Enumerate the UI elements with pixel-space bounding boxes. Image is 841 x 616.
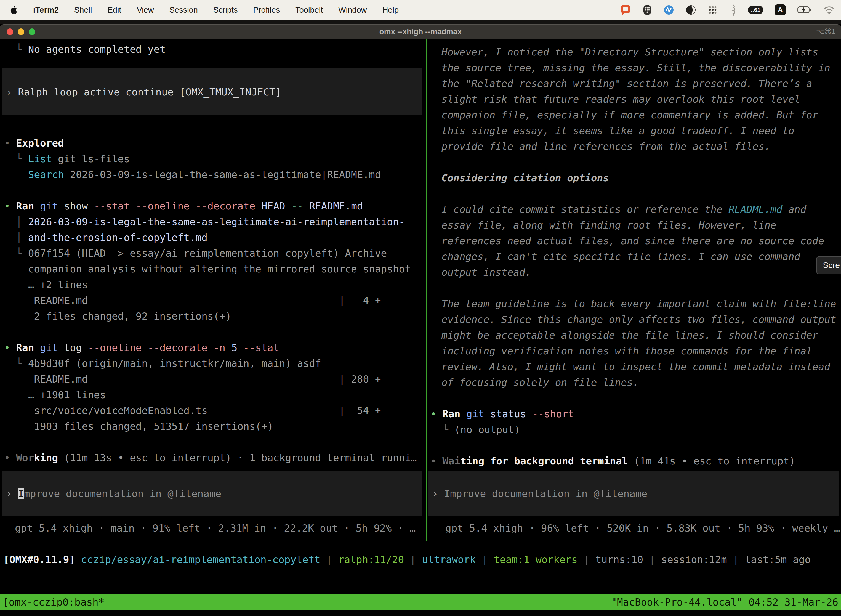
terminal-row: provide file and line references from th…	[431, 139, 841, 154]
window-title: omx --xhigh --madmax	[0, 27, 841, 36]
terminal-row	[431, 437, 841, 453]
tmux-panes: └ No agents completed yet › Ralph loop a…	[0, 39, 841, 541]
count-badge[interactable]: ..61	[748, 6, 763, 14]
terminal-row	[4, 182, 426, 198]
terminal-row: companion file, especially if more comme…	[431, 107, 841, 123]
ralph-inject-text: › Ralph loop active continue [OMX_TMUX_I…	[6, 87, 281, 98]
right-prompt-text: › Improve documentation in @filename	[432, 488, 647, 499]
terminal-row: … +2 lines	[4, 277, 426, 293]
menu-item-help[interactable]: Help	[382, 6, 399, 15]
terminal-row: output instead.	[431, 264, 841, 280]
desktop-gap	[0, 20, 841, 24]
screen: iTerm2ShellEditViewSessionScriptsProfile…	[0, 0, 841, 616]
terminal-row: 1903 files changed, 513517 insertions(+)	[4, 418, 426, 434]
terminal-row: this single essay, it seems like a good …	[431, 123, 841, 139]
right-session-statusline: gpt-5.4 xhigh · 96% left · 520K in · 5.8…	[431, 520, 841, 536]
right-scrollback: However, I noticed the "Directory Struct…	[431, 44, 841, 469]
menu-item-toolbelt[interactable]: Toolbelt	[295, 6, 323, 15]
terminal-row: • Waiting for background terminal (1m 41…	[431, 453, 841, 469]
activity-circle-icon[interactable]	[664, 5, 674, 15]
left-prompt-input[interactable]: › Improve documentation in @filename	[2, 471, 422, 516]
terminal-row: … +1901 lines	[4, 387, 426, 403]
terminal-row	[431, 154, 841, 170]
terminal-row	[4, 324, 426, 340]
terminal-row: review. Also, I might want to inspect th…	[431, 359, 841, 374]
terminal-row	[431, 280, 841, 296]
terminal-row: • Ran git status --short	[431, 406, 841, 422]
terminal-row: I could cite commit statistics or refere…	[431, 201, 841, 217]
screen-share-popup: Scre	[816, 256, 841, 274]
wifi-icon[interactable]	[823, 6, 835, 14]
ralph-inject-box[interactable]: › Ralph loop active continue [OMX_TMUX_I…	[2, 69, 422, 115]
battery-icon[interactable]	[797, 6, 812, 14]
terminal-row: including verification notes with those …	[431, 343, 841, 359]
window-bottom-edge	[0, 610, 841, 616]
terminal-row: │ and-the-erosion-of-copyleft.md	[4, 230, 426, 245]
terminal-row: └ List git ls-files	[4, 151, 426, 167]
menu-item-session[interactable]: Session	[169, 6, 198, 15]
terminal-row: • Ran git show --stat --oneline --decora…	[4, 198, 426, 214]
terminal-row: The team guideline is to back every impo…	[431, 296, 841, 312]
terminal-row: Considering citation options	[431, 170, 841, 186]
terminal-row: │ 2026-03-09-is-legal-the-same-as-legiti…	[4, 214, 426, 230]
menu-item-view[interactable]: View	[136, 6, 154, 15]
left-session-statusline: gpt-5.4 xhigh · main · 91% left · 2.31M …	[4, 520, 426, 536]
terminal-row: changes, I can't cite specific file line…	[431, 249, 841, 264]
terminal-row	[4, 434, 426, 450]
terminal-row: • Working (11m 13s • esc to interrupt) ·…	[4, 450, 426, 466]
terminal-row: └ 067f154 (HEAD -> essay/ai-reimplementa…	[4, 245, 426, 261]
terminal-row: 2 files changed, 92 insertions(+)	[4, 308, 426, 324]
terminal-row: • Ran git log --oneline --decorate -n 5 …	[4, 340, 426, 355]
terminal-row: companion analysis without altering the …	[4, 261, 426, 277]
tmux-session-label: [omx-cczip0:bash*	[3, 596, 104, 608]
menu-item-shell[interactable]: Shell	[74, 6, 92, 15]
left-scrollback: • Explored └ List git ls-files Search 20…	[4, 135, 426, 466]
window-titlebar[interactable]: omx --xhigh --madmax ⌥⌘1	[0, 24, 841, 39]
contrast-circle-icon[interactable]	[686, 5, 696, 15]
window-shortcut-badge: ⌥⌘1	[816, 27, 835, 36]
terminal-row: Search 2026-03-09-is-legal-the-same-as-l…	[4, 167, 426, 182]
terminal-row: essay file, along with finding root file…	[431, 217, 841, 233]
terminal-row: └ (no output)	[431, 422, 841, 437]
menu-items: iTerm2ShellEditViewSessionScriptsProfile…	[10, 6, 399, 15]
left-prompt-text: › Improve documentation in @filename	[6, 488, 221, 499]
screen-record-icon[interactable]	[620, 4, 631, 16]
terminal-row: slight risk that future readers may over…	[431, 91, 841, 107]
omx-status-bar: [OMX#0.11.9] cczip/essay/ai-reimplementa…	[0, 552, 841, 568]
macos-menu-bar: iTerm2ShellEditViewSessionScriptsProfile…	[0, 0, 841, 20]
terminal-row: However, I noticed the "Directory Struct…	[431, 44, 841, 60]
menu-item-window[interactable]: Window	[338, 6, 367, 15]
menu-item-edit[interactable]: Edit	[107, 6, 121, 15]
terminal-row	[431, 186, 841, 201]
menu-item-scripts[interactable]: Scripts	[213, 6, 238, 15]
terminal-row: README.md | 4 +	[4, 293, 426, 308]
terminal-row: • Explored	[4, 135, 426, 151]
terminal-row: the source tree, missing the essay. Stil…	[431, 60, 841, 76]
right-prompt-input[interactable]: › Improve documentation in @filename	[428, 471, 839, 516]
right-terminal-pane: However, I noticed the "Directory Struct…	[426, 39, 841, 541]
menu-item-iterm2[interactable]: iTerm2	[33, 6, 59, 15]
terminal-row: └ 4b9d30f (origin/main, instructkr/main,…	[4, 355, 426, 371]
left-terminal-pane: └ No agents completed yet › Ralph loop a…	[0, 39, 426, 541]
menu-item-profiles[interactable]: Profiles	[253, 6, 280, 15]
terminal-row: might be acceptable alongside the file l…	[431, 327, 841, 343]
tmux-status-bar: [omx-cczip0:bash* "MacBook-Pro-44.local"…	[0, 594, 841, 610]
terminal-row: README.md | 280 +	[4, 371, 426, 387]
terminal-row: of focusing solely on file lines.	[431, 374, 841, 390]
tmux-host-clock: "MacBook-Pro-44.local" 04:52 31-Mar-26	[611, 596, 838, 608]
apple-icon[interactable]	[10, 6, 18, 14]
agents-status-line: └ No agents completed yet	[4, 41, 426, 57]
terminal-row: references need actual files, and since …	[431, 233, 841, 249]
terminal-row: the "Related research writing" section i…	[431, 76, 841, 91]
input-source-badge[interactable]: A	[775, 4, 786, 15]
seahorse-icon[interactable]	[729, 4, 736, 16]
terminal-row: evidence. Since this change only affects…	[431, 312, 841, 327]
keypad-shield-icon[interactable]	[643, 4, 652, 16]
terminal-row	[431, 390, 841, 406]
dots-grid-icon[interactable]	[708, 5, 718, 15]
terminal-row: src/voice/voiceModeEnabled.ts | 54 +	[4, 403, 426, 418]
